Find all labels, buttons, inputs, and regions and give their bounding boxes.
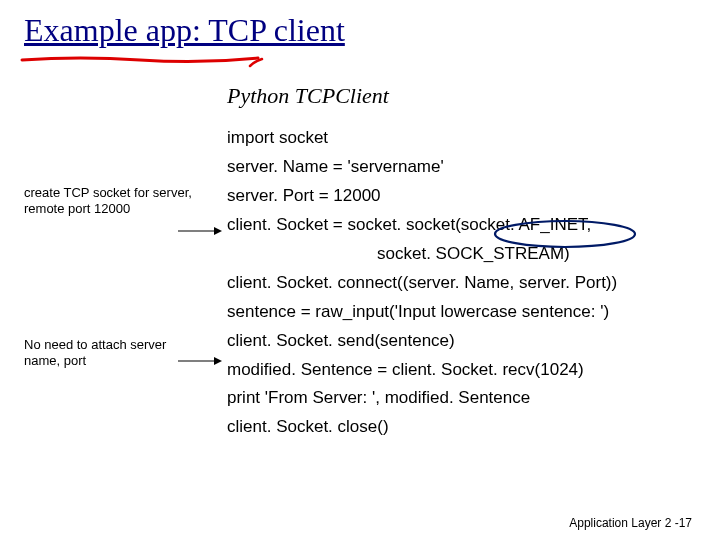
code-line-7: sentence = raw_input('Input lowercase se…: [227, 298, 696, 327]
content-area: create TCP socket for server, remote por…: [24, 77, 696, 442]
page-title: Example app: TCP client: [24, 12, 345, 49]
code-line-2: server. Name = 'servername': [227, 153, 696, 182]
code-line-1: import socket: [227, 124, 696, 153]
annotation-create-socket: create TCP socket for server, remote por…: [24, 185, 199, 218]
slide: Example app: TCP client create TCP socke…: [0, 0, 720, 540]
code-line-11: client. Socket. close(): [227, 413, 696, 442]
code-line-3: server. Port = 12000: [227, 182, 696, 211]
annotation-no-attach: No need to attach server name, port: [24, 337, 199, 370]
code-line-10: print 'From Server: ', modified. Sentenc…: [227, 384, 696, 413]
hand-underline: [20, 54, 270, 72]
code-column: Python TCPClient import socket server. N…: [227, 77, 696, 442]
code-line-9: modified. Sentence = client. Socket. rec…: [227, 356, 696, 385]
code-line-5: socket. SOCK_STREAM): [227, 240, 696, 269]
annotations-column: create TCP socket for server, remote por…: [24, 77, 227, 442]
code-line-6: client. Socket. connect((server. Name, s…: [227, 269, 696, 298]
footer-text: Application Layer 2 -17: [569, 516, 692, 530]
code-subtitle: Python TCPClient: [227, 77, 696, 114]
code-line-8: client. Socket. send(sentence): [227, 327, 696, 356]
code-line-4: client. Socket = socket. socket(socket. …: [227, 211, 696, 240]
